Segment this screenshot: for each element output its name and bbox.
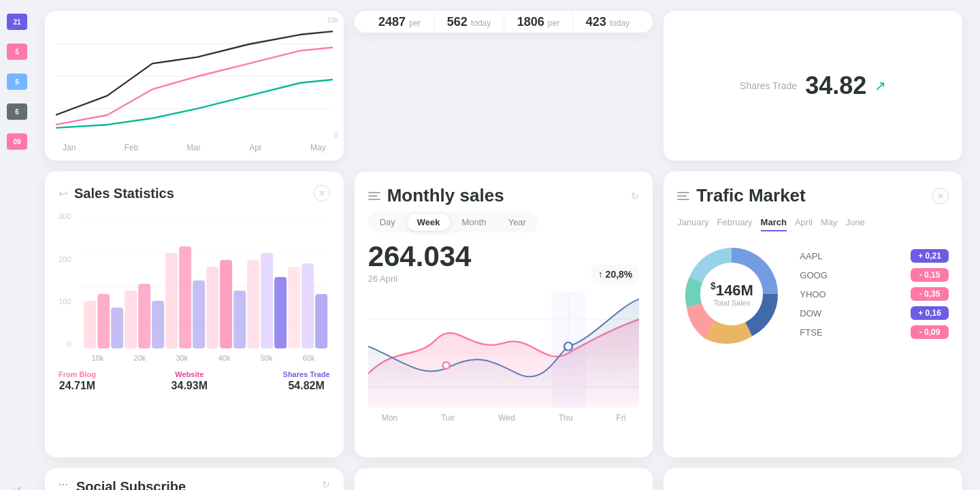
x-20k: 20k	[134, 354, 146, 362]
left-sidebar: 21 5 5 6 09 ↺ +	[0, 0, 34, 490]
svg-rect-17	[220, 260, 233, 348]
sidebar-badge-5[interactable]: 09	[7, 133, 27, 150]
traffic-menu-icon[interactable]	[677, 192, 689, 200]
close-icon-sales[interactable]: ✕	[314, 185, 330, 201]
stock-name-dow: DOW	[800, 308, 827, 318]
svg-rect-19	[248, 260, 260, 348]
tab-january[interactable]: January	[677, 217, 708, 231]
sidebar-badge-3[interactable]: 5	[7, 74, 27, 90]
bar-x-axis: 10k 20k 30k 40k 50k 60k	[76, 354, 329, 362]
tab-month[interactable]: Month	[453, 214, 496, 231]
tab-april[interactable]: April	[795, 217, 813, 231]
bar-chart-svg	[76, 212, 329, 348]
svg-rect-23	[302, 263, 314, 348]
sidebar-badge-2[interactable]: 5	[7, 44, 27, 60]
shares-trade-card: Shares Trade 34.82 ↗	[664, 11, 962, 161]
stat-value-3: 1806 per	[510, 15, 568, 29]
sales-stats-header: ↩ Sales Statistics ✕	[59, 185, 330, 201]
tab-year[interactable]: Year	[499, 214, 536, 231]
right-axis: 10k 0	[327, 16, 338, 139]
x-10k: 10k	[92, 354, 104, 362]
shares-trade-label: Shares Trade	[740, 80, 797, 91]
stock-badge-ftse: - 0,09	[911, 325, 949, 339]
three-dots-icon-social[interactable]: ⋯	[59, 479, 68, 490]
monthly-sales-tab-filter: Day Week Month Year	[368, 212, 538, 233]
social-subscribe-card: ⋯ Social Subscribe ↻	[45, 468, 344, 490]
y-300: 300	[59, 212, 71, 220]
legend-shares: Shares Trade 54.82M	[283, 370, 330, 392]
stock-name-yhoo: YHOO	[800, 289, 827, 299]
monthly-sales-menu-icon[interactable]	[368, 192, 380, 200]
svg-rect-14	[180, 246, 192, 348]
stock-list: AAPL + 0,21 GOOG - 0,15 YHOO - 0,35 DOW …	[800, 249, 949, 339]
stock-item-dow: DOW + 0,16	[800, 306, 949, 320]
tab-may[interactable]: May	[821, 217, 838, 231]
stat-item-2: 562 today	[435, 11, 504, 33]
stock-badge-aapl: + 0,21	[911, 249, 949, 263]
monthly-subtitle: 26 April	[368, 274, 472, 284]
sales-legend: From Blog 24.71M Website 34.93M Shares T…	[59, 370, 330, 392]
svg-rect-18	[234, 291, 246, 348]
stock-badge-yhoo: - 0,35	[911, 287, 949, 301]
legend-shares-label: Shares Trade	[283, 370, 330, 378]
monthly-sales-card: Monthly sales ↻ Day Week Month Year 264.…	[355, 172, 653, 457]
x-label-apr: Apr	[249, 143, 262, 152]
donut-sublabel: Total Sales	[710, 299, 753, 308]
x-label-may: May	[310, 143, 326, 152]
stock-item-goog: GOOG - 0,15	[800, 268, 949, 282]
top-line-chart-svg	[56, 22, 333, 137]
tab-february[interactable]: February	[717, 217, 753, 231]
tab-day[interactable]: Day	[370, 214, 405, 231]
stock-item-aapl: AAPL + 0,21	[800, 249, 949, 263]
top-middle-section: 2487 per 562 today 1806 per 423 today	[355, 11, 653, 161]
tab-week[interactable]: Week	[408, 214, 450, 231]
back-icon[interactable]: ↩	[59, 187, 67, 200]
monthly-sales-title: Monthly sales	[387, 185, 504, 206]
refresh-icon-left[interactable]: ↺	[13, 485, 22, 490]
legend-website-label: Website	[172, 370, 208, 378]
legend-blog-label: From Blog	[59, 370, 96, 378]
legend-website: Website 34.93M	[172, 370, 208, 392]
tab-june[interactable]: June	[845, 217, 864, 231]
svg-rect-16	[207, 267, 219, 348]
stock-item-ftse: FTSE - 0,09	[800, 325, 949, 339]
donut-container: $146M Total Sales AAPL + 0,21 GOOG - 0,1…	[677, 240, 949, 348]
bar-chart-container: 300 200 100 0	[59, 212, 330, 362]
x-50k: 50k	[261, 354, 273, 362]
x-60k: 60k	[303, 354, 315, 362]
visitors-statistics-card: Visitors Statistics ↻	[664, 468, 962, 490]
x-40k: 40k	[218, 354, 231, 362]
stock-name-goog: GOOG	[800, 270, 827, 280]
y-200: 200	[59, 255, 71, 263]
line-chart-card: June 10k 0 Jan Feb Mar Apr	[45, 11, 344, 161]
monthly-chart-container: Mon Tue Wed Thu Fri	[368, 292, 640, 423]
social-subscribe-refresh-icon[interactable]: ↻	[322, 479, 330, 490]
monthly-sales-refresh-icon[interactable]: ↻	[631, 191, 639, 201]
sidebar-badge-1[interactable]: 21	[7, 14, 27, 30]
donut-chart: $146M Total Sales	[677, 240, 786, 348]
y-0: 0	[59, 340, 71, 348]
svg-rect-9	[112, 308, 124, 348]
stat-item-4: 423 today	[573, 11, 642, 33]
close-icon-traffic[interactable]: ✕	[932, 188, 949, 204]
sidebar-badge-4[interactable]: 6	[7, 103, 27, 120]
stock-badge-goog: - 0,15	[911, 268, 949, 282]
balance-statistics-card: Balance Statistics ⋯	[355, 468, 653, 490]
stat-item-1: 2487 per	[365, 11, 435, 33]
right-sidebar: 10k 0 300 200 100 0 + −	[973, 0, 980, 490]
shares-trade-value: 34.82	[805, 71, 866, 100]
svg-rect-8	[98, 294, 110, 348]
main-content: June 10k 0 Jan Feb Mar Apr	[34, 0, 973, 490]
legend-shares-value: 54.82M	[283, 380, 330, 392]
x-wed: Wed	[498, 413, 514, 423]
svg-point-29	[442, 362, 449, 369]
stat-value-1: 2487 per	[371, 15, 429, 29]
tab-march[interactable]: March	[761, 217, 787, 231]
donut-center: $146M Total Sales	[710, 280, 753, 307]
svg-rect-12	[152, 301, 165, 348]
stat-unit-2: today	[471, 18, 491, 28]
stat-value-2: 562 today	[440, 15, 498, 29]
monthly-big-number: 264.034	[368, 242, 472, 271]
svg-rect-15	[193, 280, 206, 348]
y-axis-labels: 300 200 100 0	[59, 212, 71, 348]
